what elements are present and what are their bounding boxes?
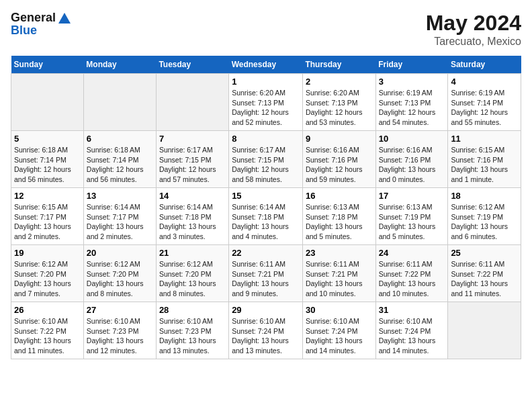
day-info: Sunrise: 6:15 AM Sunset: 7:17 PM Dayligh…: [14, 202, 81, 242]
header-monday: Monday: [83, 56, 156, 74]
table-row: 16Sunrise: 6:13 AM Sunset: 7:18 PM Dayli…: [302, 188, 375, 245]
day-info: Sunrise: 6:10 AM Sunset: 7:23 PM Dayligh…: [87, 316, 153, 356]
day-info: Sunrise: 6:10 AM Sunset: 7:24 PM Dayligh…: [306, 316, 373, 356]
day-number: 1: [232, 77, 300, 87]
header-friday: Friday: [375, 56, 448, 74]
day-info: Sunrise: 6:19 AM Sunset: 7:14 PM Dayligh…: [451, 88, 518, 128]
table-row: 18Sunrise: 6:12 AM Sunset: 7:19 PM Dayli…: [448, 188, 521, 245]
logo-general-text: General: [11, 11, 56, 25]
day-info: Sunrise: 6:16 AM Sunset: 7:16 PM Dayligh…: [379, 145, 445, 185]
calendar-week-row: 5Sunrise: 6:18 AM Sunset: 7:14 PM Daylig…: [11, 131, 521, 188]
day-number: 22: [232, 248, 300, 258]
day-info: Sunrise: 6:20 AM Sunset: 7:13 PM Dayligh…: [232, 88, 300, 128]
table-row: 10Sunrise: 6:16 AM Sunset: 7:16 PM Dayli…: [375, 131, 448, 188]
day-number: 18: [451, 191, 518, 201]
month-year-title: May 2024: [426, 11, 521, 36]
day-info: Sunrise: 6:12 AM Sunset: 7:19 PM Dayligh…: [451, 202, 518, 242]
header-tuesday: Tuesday: [156, 56, 228, 74]
day-number: 5: [14, 134, 81, 144]
day-number: 24: [379, 248, 445, 258]
table-row: 28Sunrise: 6:10 AM Sunset: 7:23 PM Dayli…: [156, 302, 228, 359]
day-info: Sunrise: 6:10 AM Sunset: 7:23 PM Dayligh…: [159, 316, 226, 356]
calendar-week-row: 1Sunrise: 6:20 AM Sunset: 7:13 PM Daylig…: [11, 74, 521, 131]
table-row: 14Sunrise: 6:14 AM Sunset: 7:18 PM Dayli…: [156, 188, 228, 245]
day-number: 17: [379, 191, 445, 201]
header-thursday: Thursday: [302, 56, 375, 74]
day-info: Sunrise: 6:10 AM Sunset: 7:22 PM Dayligh…: [14, 316, 81, 356]
day-info: Sunrise: 6:10 AM Sunset: 7:24 PM Dayligh…: [232, 316, 300, 356]
table-row: 24Sunrise: 6:11 AM Sunset: 7:22 PM Dayli…: [375, 245, 448, 302]
day-number: 4: [451, 77, 518, 87]
day-number: 3: [379, 77, 445, 87]
table-row: 15Sunrise: 6:14 AM Sunset: 7:18 PM Dayli…: [229, 188, 303, 245]
location-subtitle: Tarecuato, Mexico: [426, 36, 521, 48]
table-row: 20Sunrise: 6:12 AM Sunset: 7:20 PM Dayli…: [83, 245, 156, 302]
day-info: Sunrise: 6:12 AM Sunset: 7:20 PM Dayligh…: [14, 259, 81, 299]
table-row: 19Sunrise: 6:12 AM Sunset: 7:20 PM Dayli…: [11, 245, 84, 302]
header-wednesday: Wednesday: [229, 56, 303, 74]
table-row: 29Sunrise: 6:10 AM Sunset: 7:24 PM Dayli…: [229, 302, 303, 359]
calendar-week-row: 26Sunrise: 6:10 AM Sunset: 7:22 PM Dayli…: [11, 302, 521, 359]
calendar-week-row: 19Sunrise: 6:12 AM Sunset: 7:20 PM Dayli…: [11, 245, 521, 302]
table-row: 25Sunrise: 6:11 AM Sunset: 7:22 PM Dayli…: [448, 245, 521, 302]
table-row: 7Sunrise: 6:17 AM Sunset: 7:15 PM Daylig…: [156, 131, 228, 188]
table-row: 4Sunrise: 6:19 AM Sunset: 7:14 PM Daylig…: [448, 74, 521, 131]
day-info: Sunrise: 6:10 AM Sunset: 7:24 PM Dayligh…: [379, 316, 445, 356]
table-row: 5Sunrise: 6:18 AM Sunset: 7:14 PM Daylig…: [11, 131, 84, 188]
day-number: 25: [451, 248, 518, 258]
day-info: Sunrise: 6:15 AM Sunset: 7:16 PM Dayligh…: [451, 145, 518, 185]
day-info: Sunrise: 6:11 AM Sunset: 7:21 PM Dayligh…: [232, 259, 300, 299]
table-row: 8Sunrise: 6:17 AM Sunset: 7:15 PM Daylig…: [229, 131, 303, 188]
day-number: 13: [87, 191, 153, 201]
table-row: [83, 74, 156, 131]
day-number: 28: [159, 305, 226, 315]
day-number: 2: [306, 77, 373, 87]
day-number: 29: [232, 305, 300, 315]
day-number: 20: [87, 248, 153, 258]
day-number: 16: [306, 191, 373, 201]
day-info: Sunrise: 6:17 AM Sunset: 7:15 PM Dayligh…: [159, 145, 226, 185]
table-row: [156, 74, 228, 131]
calendar-week-row: 12Sunrise: 6:15 AM Sunset: 7:17 PM Dayli…: [11, 188, 521, 245]
table-row: 12Sunrise: 6:15 AM Sunset: 7:17 PM Dayli…: [11, 188, 84, 245]
day-info: Sunrise: 6:19 AM Sunset: 7:13 PM Dayligh…: [379, 88, 445, 128]
table-row: 2Sunrise: 6:20 AM Sunset: 7:13 PM Daylig…: [302, 74, 375, 131]
table-row: 1Sunrise: 6:20 AM Sunset: 7:13 PM Daylig…: [229, 74, 303, 131]
day-number: 19: [14, 248, 81, 258]
day-number: 11: [451, 134, 518, 144]
day-info: Sunrise: 6:20 AM Sunset: 7:13 PM Dayligh…: [306, 88, 373, 128]
day-info: Sunrise: 6:17 AM Sunset: 7:15 PM Dayligh…: [232, 145, 300, 185]
day-number: 21: [159, 248, 226, 258]
table-row: 6Sunrise: 6:18 AM Sunset: 7:14 PM Daylig…: [83, 131, 156, 188]
table-row: 9Sunrise: 6:16 AM Sunset: 7:16 PM Daylig…: [302, 131, 375, 188]
day-info: Sunrise: 6:11 AM Sunset: 7:22 PM Dayligh…: [451, 259, 518, 299]
day-number: 12: [14, 191, 81, 201]
day-number: 15: [232, 191, 300, 201]
day-number: 8: [232, 134, 300, 144]
table-row: 22Sunrise: 6:11 AM Sunset: 7:21 PM Dayli…: [229, 245, 303, 302]
day-number: 23: [306, 248, 373, 258]
table-row: 17Sunrise: 6:13 AM Sunset: 7:19 PM Dayli…: [375, 188, 448, 245]
day-info: Sunrise: 6:16 AM Sunset: 7:16 PM Dayligh…: [306, 145, 373, 185]
table-row: 3Sunrise: 6:19 AM Sunset: 7:13 PM Daylig…: [375, 74, 448, 131]
day-info: Sunrise: 6:13 AM Sunset: 7:18 PM Dayligh…: [306, 202, 373, 242]
day-number: 9: [306, 134, 373, 144]
day-number: 31: [379, 305, 445, 315]
table-row: 13Sunrise: 6:14 AM Sunset: 7:17 PM Dayli…: [83, 188, 156, 245]
day-number: 30: [306, 305, 373, 315]
day-info: Sunrise: 6:12 AM Sunset: 7:20 PM Dayligh…: [159, 259, 226, 299]
day-number: 6: [87, 134, 153, 144]
table-row: [448, 302, 521, 359]
header-saturday: Saturday: [448, 56, 521, 74]
day-info: Sunrise: 6:14 AM Sunset: 7:18 PM Dayligh…: [232, 202, 300, 242]
day-info: Sunrise: 6:14 AM Sunset: 7:18 PM Dayligh…: [159, 202, 226, 242]
logo-triangle-icon: [58, 13, 71, 24]
day-info: Sunrise: 6:12 AM Sunset: 7:20 PM Dayligh…: [87, 259, 153, 299]
table-row: 23Sunrise: 6:11 AM Sunset: 7:21 PM Dayli…: [302, 245, 375, 302]
title-block: May 2024 Tarecuato, Mexico: [426, 11, 521, 48]
table-row: [11, 74, 84, 131]
day-info: Sunrise: 6:11 AM Sunset: 7:22 PM Dayligh…: [379, 259, 445, 299]
logo: General Blue: [11, 11, 72, 38]
day-info: Sunrise: 6:11 AM Sunset: 7:21 PM Dayligh…: [306, 259, 373, 299]
table-row: 30Sunrise: 6:10 AM Sunset: 7:24 PM Dayli…: [302, 302, 375, 359]
